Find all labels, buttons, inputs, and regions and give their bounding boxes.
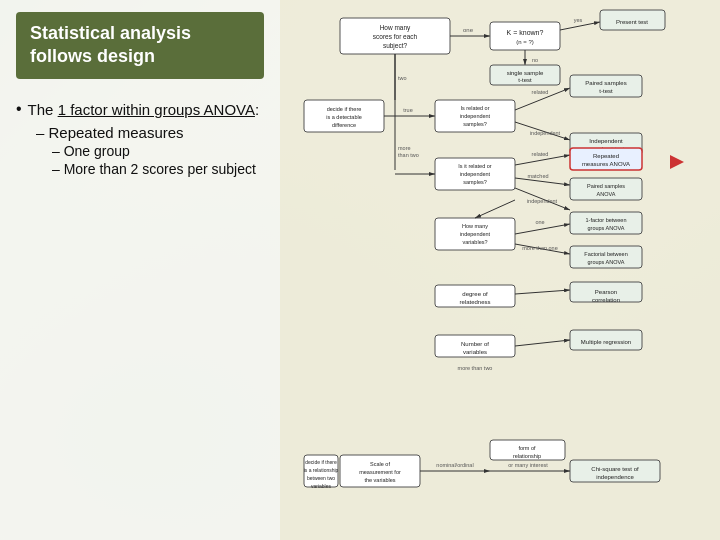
svg-text:than two: than two	[398, 152, 419, 158]
svg-text:variables?: variables?	[462, 239, 487, 245]
svg-text:Is related or: Is related or	[460, 105, 489, 111]
svg-text:decide if there: decide if there	[327, 106, 362, 112]
svg-text:t-test: t-test	[599, 88, 613, 94]
svg-text:Independent: Independent	[589, 138, 623, 144]
svg-text:subject?: subject?	[383, 42, 408, 50]
svg-text:Present test: Present test	[616, 19, 648, 25]
svg-text:Number of: Number of	[461, 341, 489, 347]
sub-sub-item-2: – More than 2 scores per subject	[16, 161, 264, 177]
bullet-dot: •	[16, 100, 22, 118]
svg-text:measurement for: measurement for	[359, 469, 401, 475]
svg-text:groups ANOVA: groups ANOVA	[588, 225, 625, 231]
svg-text:difference: difference	[332, 122, 356, 128]
underlined-text: 1 factor within groups ANOVA	[58, 101, 255, 118]
svg-text:Repeated: Repeated	[593, 153, 619, 159]
svg-text:is a relationship: is a relationship	[304, 467, 339, 473]
svg-text:relatedness: relatedness	[459, 299, 490, 305]
svg-text:correlation: correlation	[592, 297, 620, 303]
svg-text:Scale of: Scale of	[370, 461, 390, 467]
svg-text:t-test: t-test	[518, 77, 532, 83]
svg-text:How many: How many	[462, 223, 488, 229]
svg-text:degree of: degree of	[462, 291, 488, 297]
svg-text:samples?: samples?	[463, 179, 487, 185]
svg-text:form of: form of	[518, 445, 536, 451]
svg-text:true: true	[403, 107, 412, 113]
svg-text:independent: independent	[460, 171, 491, 177]
svg-text:Is it related or: Is it related or	[458, 163, 491, 169]
svg-text:more: more	[398, 145, 411, 151]
svg-text:Paired samples: Paired samples	[587, 183, 625, 189]
svg-text:variables: variables	[311, 483, 332, 489]
svg-text:is a detectable: is a detectable	[326, 114, 361, 120]
svg-text:decide if there: decide if there	[305, 459, 337, 465]
bullet-text: The 1 factor within groups ANOVA:	[28, 99, 260, 120]
svg-text:nominal/ordinal: nominal/ordinal	[436, 462, 473, 468]
svg-text:related: related	[532, 89, 549, 95]
svg-text:Chi-square test of: Chi-square test of	[591, 466, 639, 472]
svg-text:independent: independent	[530, 130, 561, 136]
svg-text:between two: between two	[307, 475, 335, 481]
svg-text:yes: yes	[574, 17, 583, 23]
sub-sub-item-1: – One group	[16, 143, 264, 159]
flowchart-diagram: How many scores for each subject? one K …	[280, 0, 720, 540]
bullet-1: • The 1 factor within groups ANOVA:	[16, 99, 264, 120]
svg-text:measures ANOVA: measures ANOVA	[582, 161, 630, 167]
svg-text:two: two	[398, 75, 407, 81]
svg-text:scores for each: scores for each	[373, 33, 418, 40]
svg-text:Multiple regression: Multiple regression	[581, 339, 631, 345]
svg-text:ANOVA: ANOVA	[597, 191, 616, 197]
right-panel: How many scores for each subject? one K …	[280, 0, 720, 540]
svg-text:independent: independent	[527, 198, 558, 204]
svg-text:1-factor between: 1-factor between	[586, 217, 627, 223]
svg-text:(n = ?): (n = ?)	[516, 39, 534, 45]
svg-text:relationship: relationship	[513, 453, 541, 459]
svg-text:more than one: more than one	[522, 245, 557, 251]
svg-text:related: related	[532, 151, 549, 157]
svg-text:or many interest: or many interest	[508, 462, 548, 468]
left-panel: Statistical analysis follows design • Th…	[0, 0, 280, 540]
svg-text:K = known?: K = known?	[507, 29, 544, 36]
svg-text:samples?: samples?	[463, 121, 487, 127]
svg-text:one: one	[463, 27, 474, 33]
svg-text:independence: independence	[596, 474, 634, 480]
svg-text:more than two: more than two	[458, 365, 493, 371]
svg-text:Factorial between: Factorial between	[584, 251, 627, 257]
svg-text:matched: matched	[527, 173, 548, 179]
svg-text:independent: independent	[460, 231, 491, 237]
svg-rect-8	[490, 22, 560, 50]
svg-text:independent: independent	[460, 113, 491, 119]
sub-item-1: – Repeated measures	[16, 124, 264, 141]
svg-text:one: one	[535, 219, 544, 225]
svg-text:single sample: single sample	[507, 70, 544, 76]
svg-text:groups ANOVA: groups ANOVA	[588, 259, 625, 265]
svg-text:How many: How many	[380, 24, 411, 32]
content-area: • The 1 factor within groups ANOVA: – Re…	[16, 95, 264, 183]
svg-text:the variables: the variables	[364, 477, 395, 483]
svg-text:Pearson: Pearson	[595, 289, 617, 295]
slide-title: Statistical analysis follows design	[16, 12, 264, 79]
svg-text:no: no	[532, 57, 538, 63]
svg-text:variables: variables	[463, 349, 487, 355]
svg-text:Paired samples: Paired samples	[585, 80, 626, 86]
